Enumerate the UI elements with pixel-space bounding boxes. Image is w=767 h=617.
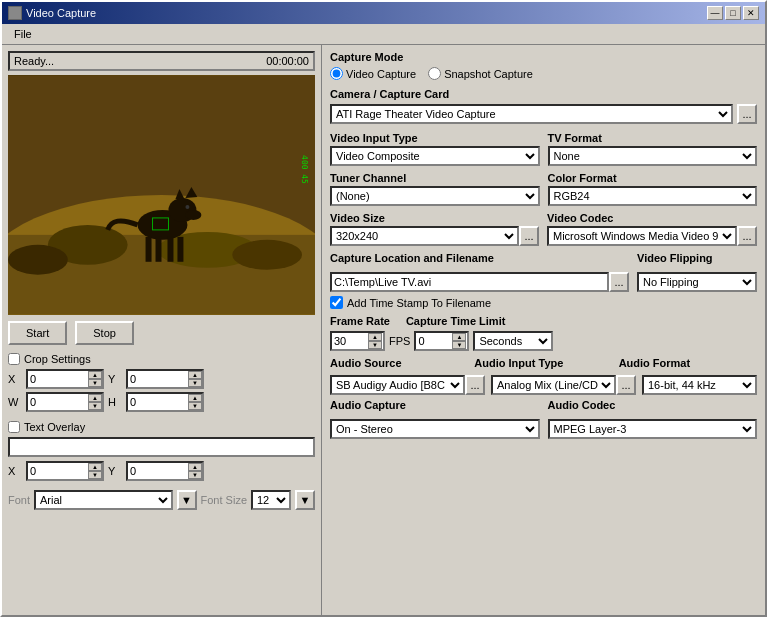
capture-mode-title: Capture Mode — [330, 51, 757, 63]
h-input[interactable]: ▲ ▼ — [126, 392, 204, 412]
svg-point-6 — [8, 245, 68, 275]
text-overlay-label[interactable]: Text Overlay — [8, 421, 315, 433]
minimize-button[interactable]: — — [707, 6, 723, 20]
timestamp-label: Add Time Stamp To Filename — [347, 297, 491, 309]
text-overlay-checkbox[interactable] — [8, 421, 20, 433]
capture-time-down-btn[interactable]: ▼ — [452, 341, 466, 349]
seconds-select[interactable]: Seconds — [473, 331, 553, 351]
crop-settings-checkbox[interactable] — [8, 353, 20, 365]
audio-capture-group: On - Stereo — [330, 419, 540, 439]
w-input[interactable]: ▲ ▼ — [26, 392, 104, 412]
x-input[interactable]: ▲ ▼ — [26, 369, 104, 389]
font-btn[interactable]: ▼ — [177, 490, 197, 510]
audio-input-input-row: Analog Mix (Line/CD ... — [491, 375, 636, 395]
font-select[interactable]: Arial — [34, 490, 173, 510]
capture-location-browse-btn[interactable]: ... — [609, 272, 629, 292]
to-y-down-btn[interactable]: ▼ — [188, 471, 202, 479]
h-up-btn[interactable]: ▲ — [188, 394, 202, 402]
capture-time-label: Capture Time Limit — [406, 315, 505, 327]
frame-rate-input[interactable]: ▲ ▼ — [330, 331, 385, 351]
video-size-row: 320x240 ... — [330, 226, 539, 246]
tv-format-select[interactable]: None — [548, 146, 758, 166]
audio-format-group: 16-bit, 44 kHz — [642, 375, 757, 395]
camera-dots-btn[interactable]: ... — [737, 104, 757, 124]
svg-point-16 — [185, 210, 201, 220]
y-input[interactable]: ▲ ▼ — [126, 369, 204, 389]
to-y-value[interactable] — [128, 463, 188, 479]
w-value[interactable] — [28, 394, 88, 410]
video-codec-label: Video Codec — [547, 212, 757, 224]
video-codec-dots-btn[interactable]: ... — [737, 226, 757, 246]
font-size-label: Font Size — [201, 494, 247, 506]
frame-rate-up-btn[interactable]: ▲ — [368, 333, 382, 341]
video-capture-radio-label[interactable]: Video Capture — [330, 67, 416, 80]
location-flipping-labels: Capture Location and Filename Video Flip… — [330, 252, 757, 266]
audio-input-dots-btn[interactable]: ... — [616, 375, 636, 395]
audio-source-select[interactable]: SB Audigy Audio [B8C — [330, 375, 465, 395]
tuner-channel-select[interactable]: (None) — [330, 186, 540, 206]
h-value[interactable] — [128, 394, 188, 410]
camera-select[interactable]: ATI Rage Theater Video Capture — [330, 104, 733, 124]
stop-button[interactable]: Stop — [75, 321, 134, 345]
x-value[interactable] — [28, 371, 88, 387]
capture-time-up-btn[interactable]: ▲ — [452, 333, 466, 341]
x-spin-buttons: ▲ ▼ — [88, 371, 102, 387]
capture-location-input[interactable]: C:\Temp\Live TV.avi — [330, 272, 609, 292]
color-format-select[interactable]: RGB24 — [548, 186, 758, 206]
audio-capture-codec-inputs: On - Stereo MPEG Layer-3 — [330, 419, 757, 439]
audio-source-input-row: SB Audigy Audio [B8C ... — [330, 375, 485, 395]
close-button[interactable]: ✕ — [743, 6, 759, 20]
to-x-input[interactable]: ▲ ▼ — [26, 461, 104, 481]
audio-format-select[interactable]: 16-bit, 44 kHz — [642, 375, 757, 395]
font-size-select[interactable]: 12 — [251, 490, 291, 510]
frame-rate-value[interactable] — [332, 333, 368, 349]
video-size-select[interactable]: 320x240 — [330, 226, 519, 246]
capture-location-input-row: C:\Temp\Live TV.avi ... — [330, 272, 629, 292]
y-up-btn[interactable]: ▲ — [188, 371, 202, 379]
x-up-btn[interactable]: ▲ — [88, 371, 102, 379]
video-capture-radio[interactable] — [330, 67, 343, 80]
x-down-btn[interactable]: ▼ — [88, 379, 102, 387]
crop-settings-label[interactable]: Crop Settings — [8, 353, 315, 365]
video-input-select[interactable]: Video Composite — [330, 146, 540, 166]
svg-rect-12 — [146, 237, 152, 262]
y-value[interactable] — [128, 371, 188, 387]
start-button[interactable]: Start — [8, 321, 67, 345]
snapshot-capture-radio-label[interactable]: Snapshot Capture — [428, 67, 533, 80]
tv-format-label: TV Format — [548, 132, 758, 144]
audio-format-label: Audio Format — [619, 357, 757, 369]
capture-time-input[interactable]: ▲ ▼ — [414, 331, 469, 351]
crop-settings-section: Crop Settings X ▲ ▼ Y — [8, 353, 315, 415]
audio-source-dots-btn[interactable]: ... — [465, 375, 485, 395]
text-overlay-input[interactable] — [8, 437, 315, 457]
video-codec-select[interactable]: Microsoft Windows Media Video 9 — [547, 226, 737, 246]
to-y-label: Y — [108, 465, 122, 477]
to-x-value[interactable] — [28, 463, 88, 479]
to-y-input[interactable]: ▲ ▼ — [126, 461, 204, 481]
timestamp-checkbox[interactable] — [330, 296, 343, 309]
to-y-up-btn[interactable]: ▲ — [188, 463, 202, 471]
to-x-up-btn[interactable]: ▲ — [88, 463, 102, 471]
h-down-btn[interactable]: ▼ — [188, 402, 202, 410]
video-input-group: Video Input Type Video Composite — [330, 132, 540, 166]
w-down-btn[interactable]: ▼ — [88, 402, 102, 410]
video-size-dots-btn[interactable]: ... — [519, 226, 539, 246]
menu-file[interactable]: File — [8, 26, 38, 42]
audio-codec-select[interactable]: MPEG Layer-3 — [548, 419, 758, 439]
video-input-label: Video Input Type — [330, 132, 540, 144]
capture-time-value[interactable] — [416, 333, 452, 349]
y-down-btn[interactable]: ▼ — [188, 379, 202, 387]
w-up-btn[interactable]: ▲ — [88, 394, 102, 402]
maximize-button[interactable]: □ — [725, 6, 741, 20]
to-x-down-btn[interactable]: ▼ — [88, 471, 102, 479]
font-size-btn[interactable]: ▼ — [295, 490, 315, 510]
audio-capture-select[interactable]: On - Stereo — [330, 419, 540, 439]
audio-input-select[interactable]: Analog Mix (Line/CD — [491, 375, 616, 395]
audio-input-label: Audio Input Type — [474, 357, 612, 369]
video-flipping-select[interactable]: No Flipping — [637, 272, 757, 292]
title-bar: Video Capture — □ ✕ — [2, 2, 765, 24]
snapshot-capture-radio[interactable] — [428, 67, 441, 80]
frame-rate-down-btn[interactable]: ▼ — [368, 341, 382, 349]
h-spin-buttons: ▲ ▼ — [188, 394, 202, 410]
audio-codec-label: Audio Codec — [548, 399, 758, 411]
